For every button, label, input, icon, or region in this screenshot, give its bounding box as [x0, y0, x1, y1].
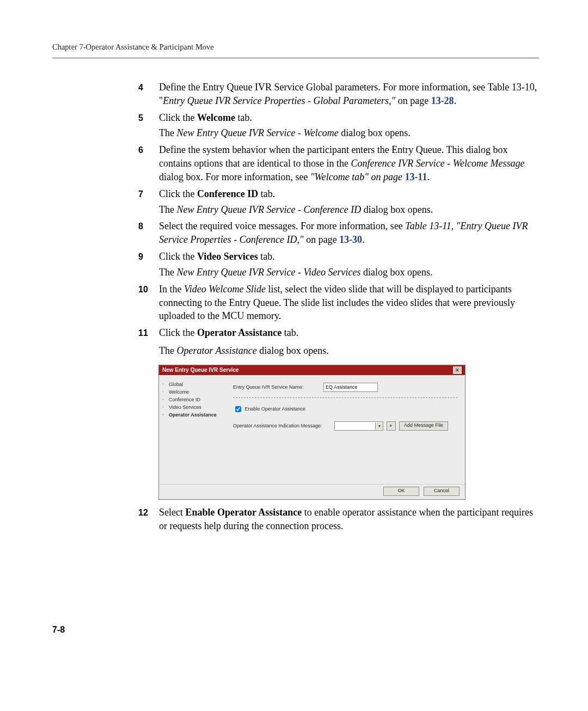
- nav-label: Operator Assistance: [169, 412, 217, 418]
- text: tab.: [258, 188, 275, 199]
- text-italic: "Welcome tab" on page: [310, 171, 405, 182]
- dialog-titlebar: New Entry Queue IVR Service ✕: [159, 365, 465, 375]
- nav-label: Global: [169, 382, 183, 387]
- chevron-down-icon: ▾: [375, 422, 383, 430]
- text: dialog box opens.: [339, 127, 411, 138]
- step-number: 6: [138, 143, 159, 156]
- text: In the: [159, 284, 184, 295]
- step-body: In the Video Welcome Slide list, select …: [159, 283, 539, 323]
- text-italic: Operator Assistance: [176, 345, 256, 356]
- dialog-title: New Entry Queue IVR Service: [162, 367, 239, 373]
- enable-operator-assistance-checkbox[interactable]: [235, 406, 241, 412]
- step-10: 10 In the Video Welcome Slide list, sele…: [138, 283, 539, 323]
- text: The: [159, 127, 176, 138]
- indication-message-dropdown[interactable]: ▾: [334, 421, 383, 431]
- enable-label: Enable Operator Assistance: [245, 406, 306, 412]
- step-number: 8: [138, 219, 159, 232]
- close-icon[interactable]: ✕: [453, 366, 462, 374]
- dialog-screenshot: New Entry Queue IVR Service ✕ ›Global ›W…: [159, 365, 465, 499]
- nav-item-conference-id[interactable]: ›Conference ID: [162, 396, 222, 403]
- steps-list: 4 Define the Entry Queue IVR Service Glo…: [138, 81, 539, 533]
- step-number: 7: [138, 187, 159, 200]
- text: on page: [395, 95, 431, 106]
- text-italic: New Entry Queue IVR Service - Conference…: [176, 204, 361, 215]
- step-body: Define the Entry Queue IVR Service Globa…: [159, 81, 539, 108]
- text: Select: [159, 507, 185, 518]
- nav-item-video-services[interactable]: ›Video Services: [162, 403, 222, 411]
- text: The: [159, 204, 176, 215]
- dialog-nav: ›Global ›Welcome ›Conference ID ›Video S…: [159, 375, 225, 484]
- text: Click the: [159, 251, 197, 262]
- text: tab.: [258, 251, 275, 262]
- text: .: [427, 171, 430, 182]
- text: Select the required voice messages. For …: [159, 220, 405, 231]
- service-name-label: Entry Queue IVR Service Name:: [233, 384, 315, 390]
- chapter-header: Chapter 7-Operator Assistance & Particip…: [52, 42, 539, 52]
- step-9: 9 Click the Video Services tab. The New …: [138, 250, 539, 279]
- step-number: 5: [138, 111, 159, 124]
- step-12: 12 Select Enable Operator Assistance to …: [138, 506, 539, 533]
- dialog-main-panel: Entry Queue IVR Service Name: Enable Ope…: [225, 375, 465, 484]
- ok-button[interactable]: OK: [383, 487, 419, 496]
- enable-row: Enable Operator Assistance: [233, 404, 457, 414]
- nav-label: Conference ID: [169, 397, 200, 402]
- chevron-right-icon: ›: [162, 389, 167, 394]
- text: dialog box opens.: [257, 345, 329, 356]
- step-6: 6 Define the system behavior when the pa…: [138, 143, 539, 183]
- step-number: 10: [138, 283, 159, 296]
- text-italic: New Entry Queue IVR Service - Video Serv…: [176, 267, 360, 278]
- text: dialog box opens.: [361, 267, 433, 278]
- step-8: 8 Select the required voice messages. Fo…: [138, 219, 539, 247]
- page-number: 7-8: [52, 625, 65, 635]
- cancel-button[interactable]: Cancel: [424, 487, 460, 496]
- separator: [233, 397, 457, 398]
- text-italic: Conference IVR Service - Welcome Message: [351, 158, 524, 169]
- nav-item-global[interactable]: ›Global: [162, 381, 222, 388]
- dialog-body: ›Global ›Welcome ›Conference ID ›Video S…: [159, 375, 465, 484]
- text: .: [454, 95, 457, 106]
- text: Click the: [159, 188, 197, 199]
- step-body: Click the Welcome tab. The New Entry Que…: [159, 111, 539, 140]
- nav-label: Welcome: [169, 389, 189, 395]
- service-name-input[interactable]: [323, 383, 378, 392]
- add-message-file-button[interactable]: Add Message File: [399, 421, 448, 431]
- page-reference-link[interactable]: 13-11: [405, 171, 427, 182]
- step-body: Select Enable Operator Assistance to ena…: [159, 506, 539, 533]
- page-reference-link[interactable]: 13-30: [339, 234, 362, 245]
- text-italic: New Entry Queue IVR Service - Welcome: [176, 127, 338, 138]
- text: tab.: [235, 112, 252, 123]
- chevron-right-icon: ›: [162, 397, 167, 402]
- step-body: Click the Operator Assistance tab. The O…: [159, 326, 539, 358]
- text-bold: Conference ID: [197, 188, 258, 199]
- text: tab.: [281, 327, 298, 338]
- step-11: 11 Click the Operator Assistance tab. Th…: [138, 326, 539, 358]
- text: .: [362, 234, 365, 245]
- text-bold: Welcome: [197, 112, 235, 123]
- text-bold: Video Services: [197, 251, 258, 262]
- text-italic: Video Welcome Slide: [184, 284, 266, 295]
- step-number: 11: [138, 326, 159, 339]
- nav-item-welcome[interactable]: ›Welcome: [162, 388, 222, 396]
- page: Chapter 7-Operator Assistance & Particip…: [0, 0, 588, 711]
- chevron-right-icon: ›: [162, 404, 167, 409]
- step-number: 4: [138, 81, 159, 94]
- nav-item-operator-assistance[interactable]: ›Operator Assistance: [162, 411, 222, 419]
- step-body: Select the required voice messages. For …: [159, 219, 539, 247]
- step-5: 5 Click the Welcome tab. The New Entry Q…: [138, 111, 539, 140]
- header-rule: [52, 57, 539, 59]
- text: Click the: [159, 327, 197, 338]
- nav-label: Video Services: [169, 404, 201, 410]
- chevron-right-icon: ›: [162, 382, 167, 387]
- step-number: 12: [138, 506, 159, 519]
- text: The: [159, 267, 176, 278]
- indication-message-label: Operator Assistance Indication Message:: [233, 423, 331, 428]
- text-italic: Entry Queue IVR Service Properties - Glo…: [163, 95, 395, 106]
- text: dialog box. For more information, see: [159, 171, 310, 182]
- service-name-row: Entry Queue IVR Service Name:: [233, 383, 457, 392]
- page-reference-link[interactable]: 13-28: [431, 95, 454, 106]
- step-body: Click the Video Services tab. The New En…: [159, 250, 539, 279]
- text: The: [159, 345, 176, 356]
- dialog-footer: OK Cancel: [159, 484, 465, 499]
- play-message-button[interactable]: ▸: [387, 421, 396, 431]
- chevron-right-icon: ›: [162, 412, 167, 417]
